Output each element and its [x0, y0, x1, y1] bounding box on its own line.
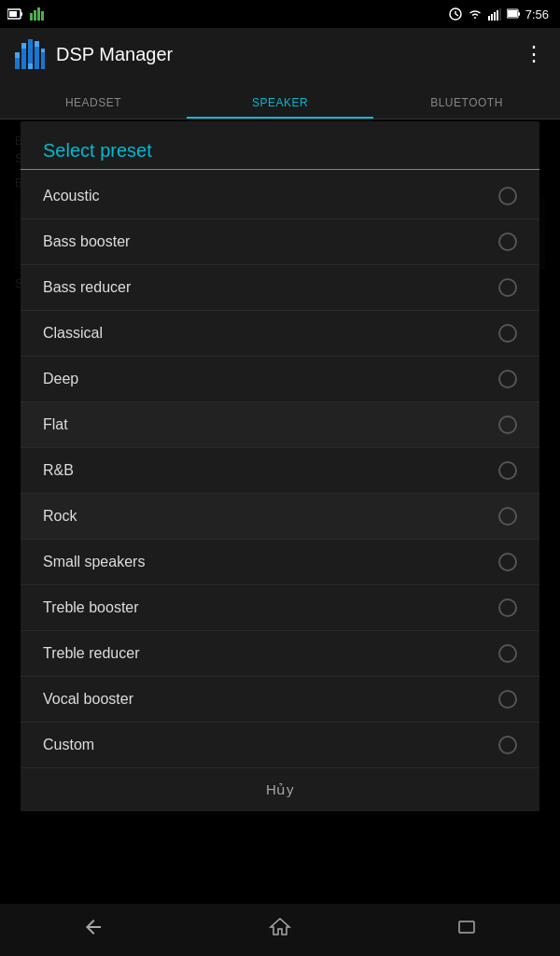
- app-bar: DSP Manager ⋮: [0, 28, 560, 80]
- tab-speaker[interactable]: SPEAKER: [187, 96, 373, 119]
- battery-icon: [7, 7, 24, 21]
- app-logo: [15, 39, 45, 69]
- back-icon: [82, 916, 105, 938]
- preset-list: Acoustic Bass booster Bass reducer Class…: [21, 174, 539, 767]
- recents-icon: [455, 916, 478, 938]
- status-bar-left: [7, 0, 45, 28]
- svg-rect-20: [21, 49, 26, 69]
- list-item[interactable]: R&B: [21, 448, 539, 494]
- radio-bass-booster[interactable]: [498, 232, 517, 251]
- svg-rect-5: [37, 7, 40, 21]
- cancel-button[interactable]: Hủy: [266, 781, 294, 797]
- radio-deep[interactable]: [498, 370, 517, 388]
- dialog-title: Select preset: [21, 121, 539, 170]
- list-item[interactable]: Bass reducer: [21, 265, 539, 311]
- status-time: 7:56: [525, 7, 549, 21]
- svg-rect-24: [35, 47, 39, 69]
- app-bar-title: DSP Manager: [56, 44, 512, 65]
- svg-rect-17: [508, 10, 517, 17]
- radio-small-speakers[interactable]: [498, 553, 517, 571]
- recents-button[interactable]: [455, 916, 478, 944]
- radio-vocal-booster[interactable]: [498, 690, 517, 709]
- dialog-footer: Hủy: [21, 767, 539, 811]
- svg-line-9: [455, 14, 458, 16]
- radio-treble-booster[interactable]: [498, 598, 517, 617]
- svg-rect-27: [41, 49, 45, 52]
- list-item[interactable]: Treble booster: [21, 585, 539, 631]
- list-item[interactable]: Flat: [21, 402, 539, 448]
- radio-custom[interactable]: [498, 736, 517, 754]
- radio-acoustic[interactable]: [498, 187, 517, 205]
- wifi-icon: [468, 7, 483, 21]
- svg-rect-1: [9, 11, 17, 17]
- equalizer-icon: [30, 7, 45, 21]
- list-item[interactable]: Rock: [21, 494, 539, 540]
- tab-headset[interactable]: HEADSET: [0, 96, 187, 119]
- list-item[interactable]: Bass booster: [21, 219, 539, 265]
- list-item[interactable]: Treble reducer: [21, 631, 539, 677]
- svg-rect-2: [21, 12, 22, 16]
- svg-rect-14: [499, 8, 501, 21]
- radio-flat[interactable]: [498, 415, 517, 434]
- home-button[interactable]: [269, 916, 291, 944]
- list-item[interactable]: Classical: [21, 311, 539, 357]
- list-item[interactable]: Deep: [21, 357, 539, 402]
- svg-rect-23: [28, 63, 33, 69]
- back-button[interactable]: [82, 916, 105, 944]
- nav-bar: [0, 904, 560, 956]
- radio-treble-reducer[interactable]: [498, 644, 517, 663]
- svg-rect-21: [21, 43, 26, 49]
- svg-rect-6: [41, 11, 44, 21]
- home-icon: [269, 916, 291, 938]
- list-item[interactable]: Custom: [21, 723, 539, 767]
- svg-rect-28: [459, 921, 474, 933]
- svg-rect-12: [494, 12, 496, 21]
- radio-rock[interactable]: [498, 507, 517, 526]
- radio-bass-reducer[interactable]: [498, 278, 517, 297]
- radio-classical[interactable]: [498, 324, 517, 343]
- list-item[interactable]: Small speakers: [21, 540, 539, 585]
- alarm-icon: [449, 7, 462, 21]
- list-item[interactable]: Acoustic: [21, 174, 539, 219]
- svg-rect-11: [491, 14, 493, 21]
- tab-bluetooth[interactable]: BLUETOOTH: [373, 96, 560, 119]
- svg-rect-3: [30, 13, 33, 21]
- radio-rnb[interactable]: [498, 461, 517, 480]
- signal-icon: [488, 7, 501, 21]
- svg-rect-10: [488, 16, 490, 21]
- svg-rect-19: [15, 52, 20, 58]
- svg-rect-18: [15, 58, 20, 69]
- status-bar: 7:56: [0, 0, 560, 28]
- list-item[interactable]: Vocal booster: [21, 677, 539, 723]
- svg-rect-26: [41, 52, 45, 69]
- tab-bar: HEADSET SPEAKER BLUETOOTH: [0, 80, 560, 120]
- svg-rect-25: [35, 41, 39, 47]
- svg-rect-13: [497, 10, 498, 21]
- svg-rect-16: [518, 12, 520, 16]
- preset-dialog: Select preset Acoustic Bass booster Bass…: [21, 121, 539, 811]
- overflow-menu-button[interactable]: ⋮: [524, 42, 545, 66]
- battery-status-icon: [507, 7, 520, 21]
- svg-rect-4: [34, 10, 36, 21]
